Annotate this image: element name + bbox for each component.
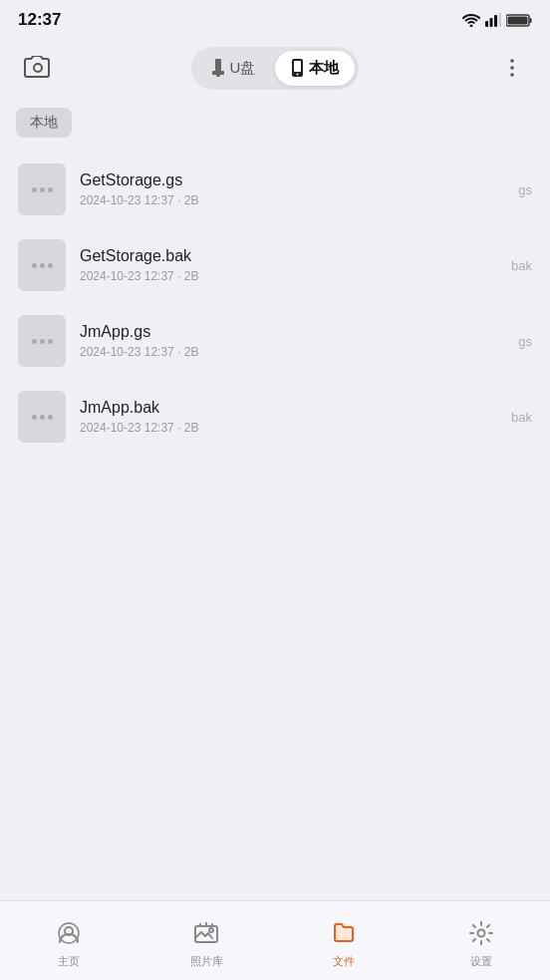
more-icon: [500, 56, 524, 80]
dot: [40, 263, 45, 268]
file-name: GetStorage.bak: [80, 247, 497, 265]
file-icon: [18, 163, 66, 215]
dot: [48, 187, 53, 192]
svg-point-16: [510, 73, 514, 77]
dot: [32, 187, 37, 192]
home-icon: [56, 920, 82, 950]
signal-icon: [485, 13, 501, 27]
battery-icon: [506, 14, 532, 27]
svg-point-14: [510, 59, 514, 63]
file-meta: 2024-10-23 12:37 · 2B: [80, 193, 504, 207]
file-icon: [18, 391, 66, 443]
svg-rect-10: [216, 75, 220, 77]
nav-files-label: 文件: [333, 954, 355, 969]
svg-point-7: [34, 64, 42, 72]
dot: [32, 339, 37, 344]
settings-icon: [468, 920, 494, 950]
file-info: JmApp.gs 2024-10-23 12:37 · 2B: [80, 323, 504, 359]
file-meta: 2024-10-23 12:37 · 2B: [80, 269, 497, 283]
file-icon: [18, 315, 66, 367]
nav-settings[interactable]: 设置: [412, 912, 550, 969]
svg-point-20: [209, 928, 213, 932]
file-item[interactable]: GetStorage.bak 2024-10-23 12:37 · 2B bak: [0, 227, 550, 303]
dot: [32, 263, 37, 268]
tab-usb-label: U盘: [230, 59, 256, 78]
file-item[interactable]: JmApp.bak 2024-10-23 12:37 · 2B bak: [0, 379, 550, 455]
breadcrumb-tag: 本地: [16, 108, 72, 138]
file-info: JmApp.bak 2024-10-23 12:37 · 2B: [80, 399, 497, 435]
svg-point-15: [510, 66, 514, 70]
phone-icon: [291, 59, 304, 77]
dot: [48, 263, 53, 268]
tab-group: U盘 本地: [191, 47, 360, 90]
file-item[interactable]: JmApp.gs 2024-10-23 12:37 · 2B gs: [0, 303, 550, 379]
file-name: JmApp.bak: [80, 399, 497, 417]
dot: [40, 415, 45, 420]
svg-rect-2: [494, 15, 497, 27]
file-icon-dots: [32, 187, 53, 192]
nav-photos[interactable]: 照片库: [138, 912, 275, 969]
usb-icon: [211, 59, 225, 77]
svg-rect-0: [485, 21, 488, 27]
tab-local[interactable]: 本地: [275, 51, 355, 86]
nav-home-label: 主页: [58, 954, 80, 969]
svg-point-13: [297, 74, 299, 76]
svg-rect-6: [508, 16, 528, 24]
dot: [40, 187, 45, 192]
nav-photos-label: 照片库: [190, 954, 223, 969]
tab-local-label: 本地: [309, 59, 339, 78]
nav-home[interactable]: 主页: [0, 912, 138, 969]
dot: [48, 415, 53, 420]
svg-rect-1: [490, 18, 493, 27]
camera-icon: [24, 56, 52, 80]
status-icons: [462, 13, 532, 27]
photos-icon: [193, 920, 219, 950]
svg-rect-9: [212, 71, 224, 75]
file-meta: 2024-10-23 12:37 · 2B: [80, 345, 504, 359]
file-ext: bak: [511, 410, 532, 425]
file-ext: gs: [518, 334, 532, 349]
file-list: GetStorage.gs 2024-10-23 12:37 · 2B gs G…: [0, 142, 550, 465]
svg-rect-12: [294, 61, 301, 72]
file-item[interactable]: GetStorage.gs 2024-10-23 12:37 · 2B gs: [0, 152, 550, 227]
top-bar: U盘 本地: [0, 36, 550, 100]
dot: [32, 415, 37, 420]
file-info: GetStorage.bak 2024-10-23 12:37 · 2B: [80, 247, 497, 283]
svg-point-21: [478, 930, 485, 937]
status-bar: 12:37: [0, 0, 550, 36]
svg-rect-3: [499, 13, 502, 27]
wifi-icon: [462, 13, 480, 27]
nav-settings-label: 设置: [470, 954, 492, 969]
bottom-nav: 主页 照片库 文件 设置: [0, 900, 550, 980]
file-icon: [18, 239, 66, 291]
nav-files[interactable]: 文件: [275, 912, 412, 969]
files-icon: [331, 920, 357, 950]
breadcrumb-area: 本地: [0, 100, 550, 142]
dot: [40, 339, 45, 344]
svg-rect-5: [530, 18, 532, 23]
svg-rect-8: [215, 59, 221, 71]
file-ext: bak: [511, 258, 532, 273]
dot: [48, 339, 53, 344]
file-icon-dots: [32, 263, 53, 268]
tab-usb[interactable]: U盘: [195, 51, 272, 86]
file-ext: gs: [518, 182, 532, 197]
camera-button[interactable]: [16, 46, 60, 90]
more-button[interactable]: [490, 46, 534, 90]
status-time: 12:37: [18, 10, 61, 30]
file-meta: 2024-10-23 12:37 · 2B: [80, 421, 497, 435]
file-icon-dots: [32, 415, 53, 420]
file-name: GetStorage.gs: [80, 171, 504, 189]
file-info: GetStorage.gs 2024-10-23 12:37 · 2B: [80, 171, 504, 207]
file-icon-dots: [32, 339, 53, 344]
file-name: JmApp.gs: [80, 323, 504, 341]
